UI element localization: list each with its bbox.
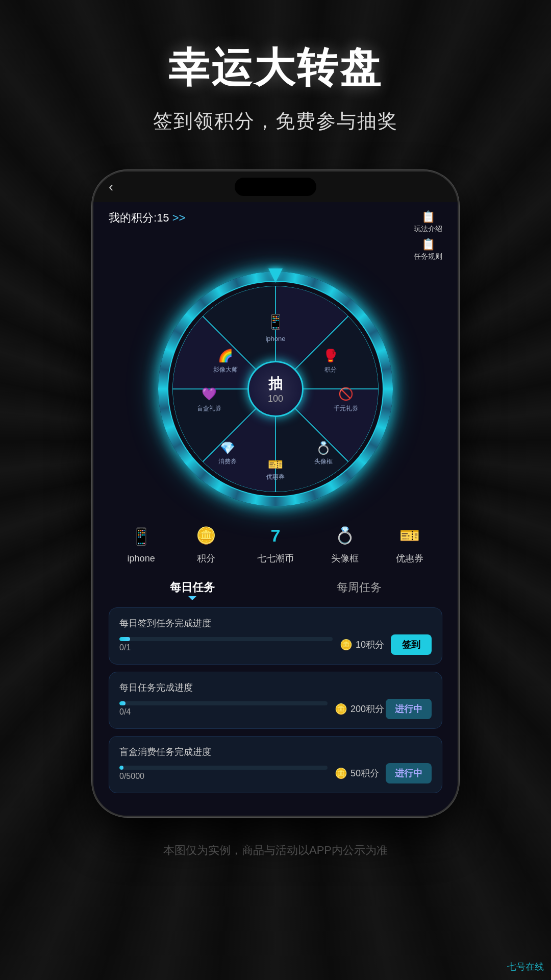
- task-daily-reward-text: 200积分: [350, 703, 384, 715]
- task-daily-reward-icon: 🪙: [335, 703, 347, 715]
- task-card-checkin: 每日签到任务完成进度 0/1 🪙 10积分 签到: [109, 607, 442, 665]
- task-checkin-progress-text: 0/1: [119, 643, 333, 652]
- disclaimer: 本图仅为实例，商品与活动以APP内公示为准: [163, 843, 388, 858]
- task-daily-bar-fill: [119, 701, 126, 705]
- watermark: 七号在线: [507, 961, 544, 973]
- score-display[interactable]: 我的积分:15 >>: [109, 210, 185, 226]
- phone-mockup: ‹ 我的积分:15 >> 📋 玩法介绍: [92, 170, 459, 817]
- prize-item-iphone: 📱 iphone: [128, 523, 155, 564]
- task-tabs: 每日任务 每周任务: [109, 576, 442, 599]
- svg-text:💎: 💎: [220, 440, 235, 455]
- svg-text:优惠券: 优惠券: [266, 473, 285, 480]
- tab-weekly[interactable]: 每周任务: [276, 576, 442, 599]
- task-checkin-action[interactable]: 签到: [391, 634, 432, 655]
- task-checkin-reward-icon: 🪙: [340, 639, 353, 651]
- phone-screen: 我的积分:15 >> 📋 玩法介绍 📋 任务规则: [93, 202, 458, 816]
- task-daily-reward: 🪙 200积分: [335, 703, 386, 715]
- task-checkin-progress-row: 0/1 🪙 10积分 签到: [119, 634, 432, 655]
- phone-top-bar: ‹: [93, 172, 458, 202]
- task-blind-progress-text: 0/5000: [119, 772, 328, 781]
- prize-currency-label: 七七潮币: [257, 552, 294, 565]
- task-checkin-bar-fill: [119, 637, 130, 641]
- rules-label: 玩法介绍: [414, 225, 442, 234]
- wheel-outer[interactable]: 📱 iphone 🥊 积分 🚫 千元礼券 💍: [158, 272, 393, 506]
- task-rules-button[interactable]: 📋 任务规则: [414, 238, 442, 261]
- task-blind-bar-fill: [119, 766, 123, 770]
- task-rules-icon: 📋: [421, 238, 435, 251]
- svg-text:影像大师: 影像大师: [213, 366, 238, 373]
- subtitle: 签到领积分，免费参与抽奖: [153, 108, 398, 134]
- back-button[interactable]: ‹: [109, 179, 113, 195]
- prize-frame-icon: 💍: [331, 522, 359, 549]
- task-blind-reward-icon: 🪙: [335, 767, 347, 779]
- draw-button[interactable]: 抽 100: [247, 361, 304, 417]
- phone-notch: [235, 178, 316, 196]
- wheel-container: 📱 iphone 🥊 积分 🚫 千元礼券 💍: [109, 272, 442, 506]
- draw-cost: 100: [268, 394, 283, 404]
- task-blind-bar-bg: [119, 766, 328, 770]
- task-daily-bar-bg: [119, 701, 328, 705]
- prize-row: 📱 iphone 🪙 积分 7 七七潮币 💍 头像框: [109, 517, 442, 573]
- header-section: 幸运大转盘 签到领积分，免费参与抽奖: [153, 0, 398, 150]
- task-checkin-reward: 🪙 10积分: [340, 639, 391, 651]
- prize-points-label: 积分: [197, 552, 215, 565]
- task-blind-title: 盲盒消费任务完成进度: [119, 746, 432, 758]
- prize-coupon-label: 优惠券: [396, 552, 423, 565]
- task-blind-reward-text: 50积分: [350, 767, 379, 779]
- svg-text:千元礼券: 千元礼券: [334, 405, 358, 412]
- task-blind-progress-row: 0/5000 🪙 50积分 进行中: [119, 763, 432, 783]
- prize-currency-icon: 7: [262, 522, 289, 549]
- prize-points-icon: 🪙: [192, 522, 220, 549]
- task-blind-reward: 🪙 50积分: [335, 767, 386, 779]
- svg-text:消费券: 消费券: [218, 458, 237, 465]
- prize-iphone-icon: 📱: [128, 523, 155, 550]
- rules-icon: 📋: [421, 210, 435, 224]
- svg-text:iphone: iphone: [265, 335, 285, 342]
- svg-text:头像框: 头像框: [314, 458, 333, 465]
- svg-text:盲盒礼券: 盲盒礼券: [197, 405, 221, 412]
- prize-item-currency: 7 七七潮币: [257, 522, 294, 565]
- svg-text:🚫: 🚫: [338, 386, 354, 401]
- svg-text:💍: 💍: [316, 440, 331, 455]
- task-daily-bar-wrap: 0/4: [119, 701, 328, 717]
- task-daily-progress-row: 0/4 🪙 200积分 进行中: [119, 699, 432, 719]
- task-checkin-bar-wrap: 0/1: [119, 637, 333, 652]
- task-checkin-reward-text: 10积分: [356, 639, 384, 651]
- wheel-pointer: [268, 268, 283, 283]
- prize-coupon-icon: 🎫: [396, 522, 423, 549]
- score-label: 我的积分:15 >>: [109, 211, 185, 224]
- task-rules-label: 任务规则: [414, 252, 442, 261]
- task-checkin-bar-bg: [119, 637, 333, 641]
- task-blind-bar-wrap: 0/5000: [119, 766, 328, 781]
- task-daily-action[interactable]: 进行中: [386, 699, 432, 719]
- svg-text:💜: 💜: [202, 386, 217, 401]
- task-daily-title: 每日任务完成进度: [119, 681, 432, 694]
- svg-text:积分: 积分: [324, 366, 337, 373]
- svg-text:🎫: 🎫: [268, 457, 283, 472]
- tab-daily[interactable]: 每日任务: [109, 576, 276, 599]
- prize-item-coupon: 🎫 优惠券: [396, 522, 423, 565]
- draw-label: 抽: [268, 374, 283, 394]
- svg-text:📱: 📱: [267, 313, 285, 330]
- main-title: 幸运大转盘: [153, 41, 398, 96]
- task-card-blind: 盲盒消费任务完成进度 0/5000 🪙 50积分 进行中: [109, 736, 442, 793]
- task-card-daily: 每日任务完成进度 0/4 🪙 200积分 进行中: [109, 672, 442, 729]
- prize-iphone-label: iphone: [128, 553, 155, 564]
- rules-button[interactable]: 📋 玩法介绍: [414, 210, 442, 234]
- right-icons: 📋 玩法介绍 📋 任务规则: [414, 210, 442, 261]
- task-checkin-title: 每日签到任务完成进度: [119, 617, 432, 629]
- prize-item-points: 🪙 积分: [192, 522, 220, 565]
- prize-item-frame: 💍 头像框: [331, 522, 359, 565]
- svg-text:🥊: 🥊: [323, 348, 338, 363]
- svg-text:🌈: 🌈: [218, 348, 233, 363]
- phone-frame: ‹ 我的积分:15 >> 📋 玩法介绍: [92, 170, 459, 817]
- prize-frame-label: 头像框: [331, 552, 359, 565]
- task-daily-progress-text: 0/4: [119, 707, 328, 717]
- score-bar: 我的积分:15 >> 📋 玩法介绍 📋 任务规则: [109, 202, 442, 266]
- task-blind-action[interactable]: 进行中: [386, 763, 432, 783]
